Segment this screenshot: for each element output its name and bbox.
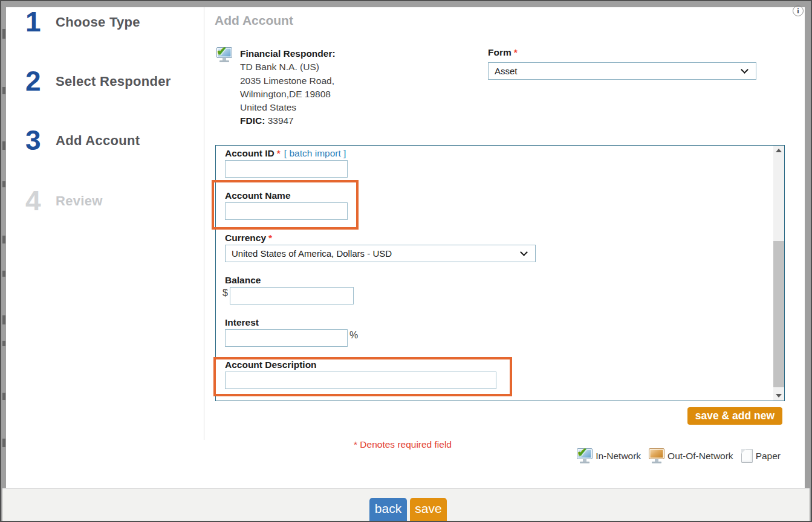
page-edge-artifact bbox=[2, 439, 5, 447]
account-description-label: Account Description bbox=[225, 359, 317, 370]
balance-label: Balance bbox=[225, 275, 261, 286]
currency-select[interactable]: United States of America, Dollars - USD bbox=[225, 245, 536, 262]
step-number: 4 bbox=[25, 186, 53, 215]
back-button[interactable]: back bbox=[369, 498, 407, 522]
info-icon[interactable]: i bbox=[793, 5, 804, 16]
scroll-down-arrow[interactable] bbox=[773, 391, 784, 401]
wizard-step-choose-type[interactable]: 1 Choose Type bbox=[25, 7, 140, 36]
wizard-step-select-responder[interactable]: 2 Select Responder bbox=[25, 66, 171, 95]
wizard-step-add-account[interactable]: 3 Add Account bbox=[25, 126, 140, 155]
page-edge-artifact bbox=[2, 87, 5, 94]
account-description-input[interactable] bbox=[225, 372, 496, 389]
responder-address-line: 2035 Limestone Road, bbox=[240, 74, 336, 88]
scrollbar-thumb[interactable] bbox=[773, 241, 784, 387]
required-field-note: * Denotes required field bbox=[354, 439, 452, 450]
form-select-value: Asset bbox=[495, 66, 518, 76]
step-number: 1 bbox=[25, 7, 53, 36]
page-edge-artifact bbox=[2, 29, 5, 39]
scroll-up-arrow[interactable] bbox=[773, 146, 784, 155]
interest-input[interactable] bbox=[225, 329, 348, 347]
legend-label: In-Network bbox=[596, 451, 641, 462]
currency-prefix: $ bbox=[222, 288, 228, 298]
account-name-label: Account Name bbox=[225, 190, 291, 201]
step-label: Select Responder bbox=[56, 74, 171, 89]
step-label: Add Account bbox=[56, 133, 140, 149]
legend-label: Out-Of-Network bbox=[667, 451, 733, 462]
panel-scrollbar[interactable] bbox=[773, 146, 784, 401]
step-number: 3 bbox=[25, 126, 53, 155]
save-button[interactable]: save bbox=[410, 498, 447, 522]
paper-document-icon bbox=[741, 449, 753, 463]
chevron-down-icon bbox=[741, 66, 749, 74]
wizard-step-review: 4 Review bbox=[25, 186, 103, 215]
legend-item-paper: Paper bbox=[741, 449, 781, 463]
save-and-add-new-button[interactable]: save & add new bbox=[687, 407, 782, 425]
form-select[interactable]: Asset bbox=[488, 62, 756, 80]
out-of-network-monitor-icon bbox=[649, 448, 664, 463]
responder-country: United States bbox=[240, 101, 336, 114]
page-edge-artifact bbox=[2, 315, 5, 324]
step-label: Review bbox=[56, 193, 103, 209]
network-legend: ✔ In-Network Out-Of-Network Paper bbox=[577, 448, 781, 463]
required-asterisk: * bbox=[277, 148, 281, 158]
responder-address-line: Wilmington,DE 19808 bbox=[240, 88, 336, 101]
page-edge-artifact bbox=[2, 393, 5, 400]
in-network-monitor-check-icon: ✔ bbox=[577, 448, 593, 463]
currency-label: Currency* bbox=[225, 233, 272, 243]
in-network-monitor-check-icon: ✔ bbox=[216, 47, 232, 62]
account-name-input[interactable] bbox=[225, 202, 348, 220]
sidebar-divider bbox=[204, 7, 204, 440]
fdic-value: 33947 bbox=[268, 115, 294, 126]
responder-name: TD Bank N.A. (US) bbox=[240, 60, 336, 74]
page-edge-artifact bbox=[2, 236, 5, 243]
currency-select-value: United States of America, Dollars - USD bbox=[232, 248, 392, 259]
fdic-label: FDIC: bbox=[240, 115, 265, 126]
page-edge-artifact bbox=[2, 341, 5, 346]
percent-suffix: % bbox=[349, 330, 358, 341]
form-label: Form* bbox=[488, 47, 518, 58]
balance-input[interactable] bbox=[230, 287, 354, 304]
page-edge-artifact bbox=[2, 181, 5, 187]
financial-responder-block: Financial Responder: TD Bank N.A. (US) 2… bbox=[240, 47, 336, 128]
responder-heading: Financial Responder: bbox=[240, 47, 336, 60]
chevron-down-icon bbox=[520, 248, 528, 256]
legend-label: Paper bbox=[756, 451, 781, 462]
step-number: 2 bbox=[25, 66, 53, 95]
account-id-label: Account ID*[ batch import ] bbox=[225, 148, 346, 159]
responder-fdic: FDIC: 33947 bbox=[240, 114, 336, 127]
account-id-input[interactable] bbox=[225, 160, 348, 178]
add-account-modal: 1 Choose Type 2 Select Responder 3 Add A… bbox=[0, 0, 812, 522]
page-title: Add Account bbox=[215, 13, 293, 28]
page-edge-artifact bbox=[2, 271, 5, 277]
required-asterisk: * bbox=[514, 47, 518, 57]
page-edge-artifact bbox=[2, 141, 5, 150]
batch-import-link[interactable]: [ batch import ] bbox=[284, 148, 346, 158]
interest-label: Interest bbox=[225, 317, 259, 328]
step-label: Choose Type bbox=[56, 14, 140, 30]
legend-item-out-of-network: Out-Of-Network bbox=[649, 448, 733, 463]
legend-item-in-network: ✔ In-Network bbox=[577, 448, 641, 463]
required-asterisk: * bbox=[268, 233, 272, 243]
